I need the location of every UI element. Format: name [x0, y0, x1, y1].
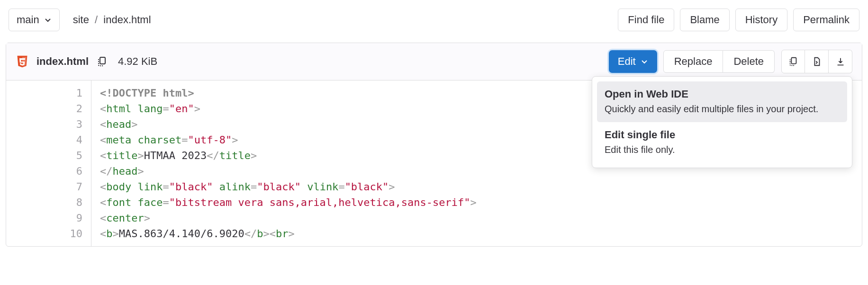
line-number[interactable]: 4 — [6, 132, 82, 148]
dropdown-item-web-ide[interactable]: Open in Web IDE Quickly and easily edit … — [597, 81, 847, 122]
branch-selector[interactable]: main — [9, 9, 60, 31]
line-number[interactable]: 1 — [6, 85, 82, 101]
chevron-down-icon — [641, 58, 648, 65]
download-icon — [835, 56, 846, 67]
code-line: <font face="bitstream vera sans,arial,he… — [100, 195, 477, 210]
code-line: <!DOCTYPE html> — [100, 85, 477, 101]
breadcrumb: site / index.html — [73, 14, 151, 26]
dropdown-item-desc: Quickly and easily edit multiple files i… — [605, 102, 840, 116]
code-line: </head> — [100, 163, 477, 179]
code-line: <title>HTMAA 2023</title> — [100, 148, 477, 163]
dropdown-item-title: Edit single file — [605, 129, 840, 141]
copy-contents-button[interactable] — [781, 50, 805, 73]
permalink-button[interactable]: Permalink — [793, 9, 859, 31]
breadcrumb-file: index.html — [103, 14, 151, 26]
line-number[interactable]: 7 — [6, 179, 82, 195]
blame-button[interactable]: Blame — [680, 9, 729, 31]
line-number[interactable]: 6 — [6, 163, 82, 179]
breadcrumb-sep: / — [95, 14, 98, 26]
dropdown-item-title: Open in Web IDE — [605, 88, 840, 100]
svg-rect-1 — [791, 58, 796, 64]
file-panel: index.html 4.92 KiB Edit Replace Delete — [6, 43, 862, 247]
replace-button[interactable]: Replace — [663, 50, 723, 73]
top-bar: main site / index.html Find file Blame H… — [6, 6, 862, 41]
document-icon — [812, 56, 822, 67]
top-bar-left: main site / index.html — [9, 9, 151, 31]
copy-path-icon[interactable] — [96, 56, 108, 67]
breadcrumb-dir[interactable]: site — [73, 14, 89, 26]
find-file-button[interactable]: Find file — [618, 9, 674, 31]
download-button[interactable] — [829, 50, 852, 73]
line-number[interactable]: 3 — [6, 116, 82, 132]
code-line: <meta charset="utf-8"> — [100, 132, 477, 148]
chevron-down-icon — [44, 16, 52, 24]
svg-rect-0 — [100, 57, 105, 64]
code-line: <head> — [100, 116, 477, 132]
edit-button[interactable]: Edit — [609, 51, 657, 72]
code-line: <body link="black" alink="black" vlink="… — [100, 179, 477, 195]
dropdown-item-single-file[interactable]: Edit single file Edit this file only. — [597, 122, 847, 163]
history-button[interactable]: History — [735, 9, 787, 31]
dropdown-item-desc: Edit this file only. — [605, 143, 840, 156]
line-number[interactable]: 2 — [6, 101, 82, 116]
edit-dropdown: Open in Web IDE Quickly and easily edit … — [592, 76, 852, 168]
line-number-gutter: 12345678910 — [6, 80, 91, 246]
replace-delete-group: Replace Delete — [663, 50, 775, 73]
line-number[interactable]: 8 — [6, 195, 82, 210]
code-line: <b>MAS.863/4.140/6.9020</b><br> — [100, 226, 477, 241]
file-header: index.html 4.92 KiB Edit Replace Delete — [6, 43, 862, 80]
delete-button[interactable]: Delete — [723, 50, 775, 73]
file-icon-actions — [781, 50, 852, 73]
file-header-right: Edit Replace Delete — [609, 50, 852, 73]
line-number[interactable]: 9 — [6, 210, 82, 226]
edit-button-label: Edit — [618, 55, 636, 68]
code-line: <center> — [100, 210, 477, 226]
file-header-left: index.html 4.92 KiB — [16, 55, 157, 68]
code-content[interactable]: <!DOCTYPE html><html lang="en"><head><me… — [91, 80, 485, 246]
html5-icon — [16, 55, 29, 68]
file-size: 4.92 KiB — [118, 55, 157, 68]
copy-icon — [788, 56, 798, 67]
file-name: index.html — [36, 55, 89, 68]
line-number[interactable]: 10 — [6, 226, 82, 241]
line-number[interactable]: 5 — [6, 148, 82, 163]
top-bar-right: Find file Blame History Permalink — [618, 9, 859, 31]
open-raw-button[interactable] — [805, 50, 829, 73]
code-line: <html lang="en"> — [100, 101, 477, 116]
branch-label: main — [17, 14, 39, 26]
